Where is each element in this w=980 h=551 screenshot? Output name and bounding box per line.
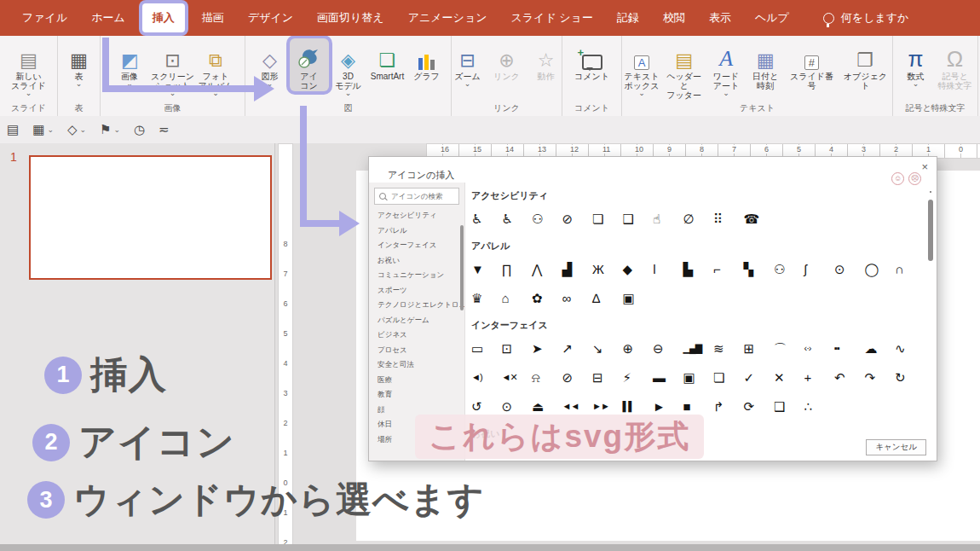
object-button[interactable]: ❐オブジェクト [839,38,892,91]
eject-icon[interactable]: ⏏ [532,400,562,413]
t-shirt-icon[interactable]: ▼ [471,263,502,276]
cloud-icon[interactable]: ☁ [865,342,896,355]
speech-bubble-icon[interactable]: ❑ [623,212,654,225]
slide-number-button[interactable]: #スライド番号 [785,38,839,91]
icon-search-box[interactable] [374,188,459,205]
crown-icon[interactable]: ♛ [471,292,502,304]
tab-8[interactable]: 記録 [605,0,651,36]
slide-layout-icon[interactable]: ▤ [7,122,19,137]
waveform-icon[interactable]: ∿ [895,342,925,355]
turn-up-arrow-icon[interactable]: ↱ [713,400,744,413]
smartart-button[interactable]: ❏SmartArt [368,38,407,82]
pants-icon[interactable]: ∏ [502,263,533,276]
rehearse-timings-icon[interactable]: ◷ [134,122,145,137]
icons-bird-button[interactable]: アイ コン [290,38,329,91]
tab-2[interactable]: 挿入 [142,3,185,32]
shapes-icon[interactable]: ◇⌄ [67,122,86,137]
collapse-arrows-icon[interactable]: ↘ [592,342,623,355]
dress-icon[interactable]: Ж [592,263,623,276]
screen-share-icon[interactable]: ⊞ [744,342,775,355]
high-heel-icon[interactable]: ⌐ [713,263,744,276]
pictures-button[interactable]: ◩画像⌄ [110,38,149,87]
category-item-9[interactable]: プロセス [369,343,464,358]
category-item-11[interactable]: 医療 [369,373,464,388]
sidebar-scrollbar[interactable] [460,225,464,310]
browser-window-icon[interactable]: ▭ [471,342,502,355]
comment-dots-icon[interactable]: ❑ [774,400,804,413]
tab-6[interactable]: アニメーション [396,0,499,36]
code-brackets-icon[interactable]: ‹·› [804,344,835,353]
stop-icon[interactable]: ■ [683,400,714,413]
glasses-icon[interactable]: ∞ [562,292,593,304]
link-button[interactable]: ⊕リンク [487,38,527,82]
category-item-6[interactable]: テクノロジとエレクトロ... [369,298,464,313]
eye-slash-icon[interactable]: ∅ [683,212,714,225]
assistance-people-icon[interactable]: ⚇ [532,212,562,225]
tab-10[interactable]: 表示 [697,0,743,36]
jacket-icon[interactable]: ⋀ [532,263,562,276]
briefcase-icon[interactable]: ▣ [623,292,654,304]
plus-icon[interactable]: + [804,371,835,384]
category-item-1[interactable]: アパレル [369,223,464,239]
battery-charging-icon[interactable]: ⚡ [623,371,654,384]
play-icon[interactable]: ► [653,400,683,413]
tab-0[interactable]: ファイル [10,0,79,36]
sync-icon[interactable]: ⟳ [744,400,775,413]
code-window-icon[interactable]: ⊡ [502,342,533,355]
sign-language-hand-icon[interactable]: ☝ [653,212,683,225]
slippers-icon[interactable]: ⚇ [774,263,804,276]
checkmark-icon[interactable]: ✓ [744,371,775,384]
category-item-12[interactable]: 教育 [369,387,464,403]
text-box-button[interactable]: Aテキスト ボックス⌄ [622,38,661,96]
sock-icon[interactable]: ʃ [804,263,835,276]
signal-bars-icon[interactable]: ▁▄▇ [683,344,714,353]
tab-7[interactable]: スライド ショー [499,0,604,36]
bell-icon[interactable]: ⍾ [532,371,562,384]
category-item-7[interactable]: パズルとゲーム [369,313,464,328]
zoom-button[interactable]: ⊟ズーム⌄ [448,38,487,87]
skip-back-icon[interactable]: ◄◄ [562,402,593,411]
power-icon[interactable]: ⊙ [502,400,533,413]
wristwatch-icon[interactable]: ⊙ [834,263,865,276]
date-time-button[interactable]: ▦日付と 時刻 [746,38,785,91]
sneaker-icon[interactable]: ▚ [744,263,775,276]
tab-9[interactable]: 校閲 [651,0,697,36]
category-item-3[interactable]: お祝い [369,253,464,269]
zoom-in-icon[interactable]: ⊕ [623,342,654,355]
tab-5[interactable]: 画面切り替え [305,0,396,36]
braille-icon[interactable]: ⠿ [713,212,744,225]
wheelchair-symbol-icon[interactable]: ♿ [471,212,502,225]
necktie-icon[interactable]: ǀ [653,263,683,276]
wordart-button[interactable]: Aワード アート⌄ [706,38,746,96]
chart-button[interactable]: グラフ [407,38,447,82]
connection-dots-icon[interactable]: ▪▪ [834,344,865,353]
tell-me-assistant[interactable]: 何をしますか [823,10,909,26]
tab-4[interactable]: デザイン [236,0,305,36]
table-button[interactable]: ▦表⌄ [60,38,99,87]
assistive-phone-icon[interactable]: ☎ [744,212,775,225]
zoom-out-icon[interactable]: ⊖ [653,342,683,355]
category-item-5[interactable]: スポーツ [369,283,464,299]
tab-1[interactable]: ホーム [79,0,137,36]
indent-flag-icon[interactable]: ⚑⌄ [100,122,120,137]
ring-icon[interactable]: ◯ [865,263,896,276]
undo-icon[interactable]: ↶ [834,371,865,384]
skip-forward-icon[interactable]: ►► [592,402,623,411]
comment-button[interactable]: コメント [573,38,612,82]
cross-icon[interactable]: ✕ [774,371,804,384]
volume-icon[interactable]: ◄) [471,373,502,382]
category-item-8[interactable]: ビジネス [369,328,464,343]
header-footer-button[interactable]: ▤ヘッダーと フッター [661,38,706,101]
3d-model-button[interactable]: ◈3D モデル⌄ [329,38,368,96]
bell-slash-icon[interactable]: ⊘ [562,371,593,384]
category-item-0[interactable]: アクセシビリティ [369,208,464,223]
close-icon[interactable]: × [921,160,928,173]
pause-icon[interactable]: ▌▌ [623,402,654,411]
table-icon[interactable]: ▦⌄ [32,122,54,137]
cap-icon[interactable]: ∩ [895,263,925,276]
wifi-icon[interactable]: ≋ [713,342,744,355]
skirt-icon[interactable]: ▟ [562,263,593,276]
redo-icon[interactable]: ↷ [865,371,896,384]
hanger-icon[interactable]: ∆ [592,292,623,304]
refresh-icon[interactable]: ↻ [895,371,925,384]
